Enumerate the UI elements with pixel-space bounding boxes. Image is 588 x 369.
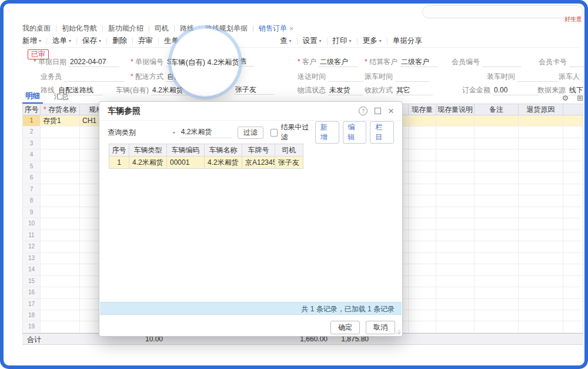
grid-cell[interactable] <box>436 138 475 149</box>
grid-cell[interactable] <box>475 230 519 241</box>
grid-cell[interactable] <box>519 218 563 229</box>
grid-cell[interactable] <box>436 161 475 172</box>
grid-layout-icon[interactable]: ⊞ <box>577 94 583 102</box>
grid-cell[interactable] <box>436 241 475 252</box>
filter-button[interactable]: 过滤 <box>238 127 263 139</box>
grid-cell[interactable] <box>475 195 519 206</box>
grid-cell[interactable] <box>475 276 519 287</box>
grid-cell[interactable] <box>519 161 563 172</box>
grid-cell[interactable] <box>519 138 563 149</box>
grid-cell[interactable] <box>409 276 436 287</box>
grid-cell[interactable] <box>409 195 436 206</box>
grid-cell[interactable] <box>519 195 563 206</box>
grid-cell[interactable] <box>436 276 475 287</box>
grid-cell[interactable] <box>436 184 475 195</box>
grid-cell[interactable] <box>41 218 80 229</box>
app-tab-0[interactable]: 我的桌面 <box>22 24 51 34</box>
grid-cell[interactable] <box>519 127 563 137</box>
grid-cell[interactable] <box>41 207 80 218</box>
grid-cell[interactable] <box>475 264 519 275</box>
help-icon[interactable]: ? <box>359 107 368 115</box>
grid-cell[interactable] <box>409 138 436 149</box>
grid-cell[interactable] <box>519 241 563 252</box>
arrive-time-value[interactable] <box>328 72 363 82</box>
grid-cell[interactable] <box>41 264 80 275</box>
toolbar-button-11[interactable]: 单据分享 <box>393 36 422 46</box>
toolbar-button-4[interactable]: 弃审 <box>138 36 153 46</box>
grid-cell[interactable] <box>475 241 519 252</box>
grid-cell[interactable] <box>409 310 436 321</box>
grid-cell[interactable] <box>475 127 519 137</box>
grid-cell[interactable] <box>519 310 563 321</box>
tab-close-icon[interactable]: × <box>289 25 293 33</box>
dispatcher-value[interactable] <box>582 72 588 82</box>
grid-cell[interactable] <box>41 230 80 241</box>
grid-cell[interactable] <box>475 161 519 172</box>
grid-cell[interactable] <box>436 253 475 264</box>
app-tab-6[interactable]: 销售订单× <box>259 24 293 34</box>
grid-cell[interactable] <box>436 127 475 137</box>
grid-cell[interactable] <box>519 299 563 310</box>
columns-button[interactable]: 栏目 <box>370 121 394 144</box>
member-card-value[interactable] <box>569 58 588 67</box>
maximize-icon[interactable] <box>375 108 381 114</box>
grid-cell[interactable] <box>41 287 80 298</box>
edit-button[interactable]: 编辑 <box>343 121 367 144</box>
settle-customer-value[interactable]: 二级客户 <box>400 58 437 67</box>
grid-cell[interactable] <box>475 184 519 195</box>
grid-cell[interactable] <box>436 264 475 275</box>
grid-cell[interactable] <box>475 138 519 149</box>
grid-cell[interactable] <box>41 138 80 149</box>
grid-cell[interactable] <box>41 195 80 206</box>
grid-cell[interactable] <box>436 299 475 310</box>
grid-cell[interactable] <box>475 149 519 160</box>
grid-cell[interactable] <box>41 161 80 172</box>
grid-cell[interactable] <box>41 321 80 332</box>
grid-cell[interactable] <box>436 321 475 332</box>
tab-summary[interactable]: 汇总 <box>51 92 72 104</box>
toolbar-button-7[interactable]: 查▾ <box>280 36 292 46</box>
loading-time-value[interactable] <box>517 72 559 82</box>
add-button[interactable]: 新增 <box>315 121 339 144</box>
grid-cell[interactable] <box>409 184 436 195</box>
grid-cell[interactable] <box>409 253 436 264</box>
bill-date-value[interactable]: 2022-04-07 <box>69 58 119 67</box>
grid-cell[interactable] <box>475 321 519 332</box>
grid-cell[interactable] <box>436 310 475 321</box>
grid-cell[interactable] <box>41 172 80 183</box>
grid-cell[interactable] <box>409 207 436 218</box>
grid-cell[interactable] <box>409 299 436 310</box>
toolbar-button-2[interactable]: 保存▾ <box>82 36 101 46</box>
customer-value[interactable]: 二级客户 <box>319 58 358 67</box>
dispatch-time-value[interactable] <box>395 72 429 82</box>
grid-cell[interactable] <box>409 115 436 126</box>
grid-cell[interactable] <box>409 321 436 332</box>
grid-cell[interactable] <box>409 241 436 252</box>
grid-cell[interactable] <box>519 172 563 183</box>
filter-in-results-checkbox[interactable] <box>270 129 278 137</box>
grid-cell[interactable] <box>475 253 519 264</box>
toolbar-button-9[interactable]: 打印▾ <box>333 36 352 46</box>
grid-cell[interactable] <box>519 253 563 264</box>
grid-cell[interactable] <box>41 299 80 310</box>
grid-cell[interactable] <box>41 184 80 195</box>
salesman-value[interactable] <box>64 72 124 82</box>
grid-cell[interactable] <box>519 115 563 126</box>
grid-cell[interactable] <box>475 207 519 218</box>
grid-cell[interactable] <box>409 149 436 160</box>
toolbar-button-0[interactable]: 新增▾ <box>22 36 41 46</box>
search-input[interactable] <box>180 127 232 138</box>
app-tab-1[interactable]: 初始化导航 <box>62 24 97 34</box>
grid-cell[interactable] <box>519 287 563 298</box>
member-no-value[interactable] <box>482 58 521 67</box>
grid-cell[interactable] <box>409 218 436 229</box>
browser-address-bar[interactable] <box>422 5 583 18</box>
grid-cell[interactable] <box>41 127 80 137</box>
grid-cell[interactable] <box>436 195 475 206</box>
app-tab-3[interactable]: 司机 <box>155 24 169 34</box>
dialog-table-row[interactable]: 14.2米厢货000014.2米厢货京A12345张子友 <box>109 157 303 169</box>
ok-button[interactable]: 确定 <box>330 321 360 334</box>
grid-cell[interactable] <box>409 230 436 241</box>
grid-cell[interactable] <box>409 264 436 275</box>
grid-cell[interactable] <box>519 264 563 275</box>
